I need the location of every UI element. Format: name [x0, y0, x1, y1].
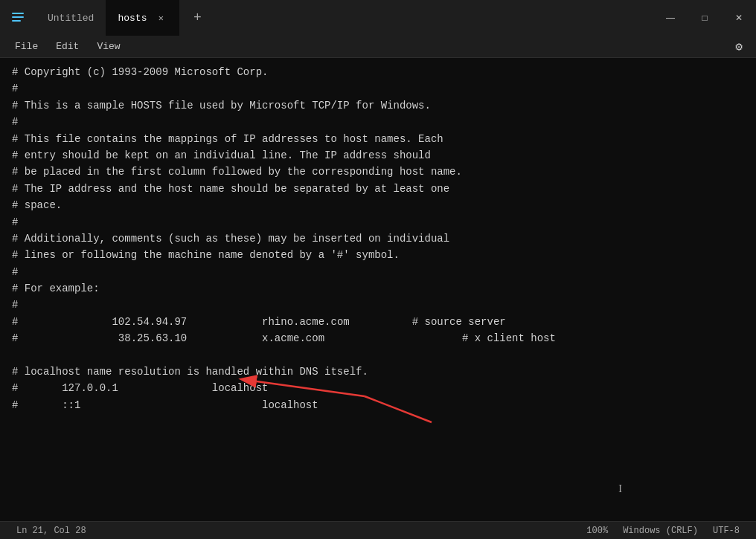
editor-area[interactable]: # Copyright (c) 1993-2009 Microsoft Corp… [0, 58, 756, 521]
menu-file[interactable]: File [6, 38, 47, 55]
statusbar: Ln 21, Col 28 100% Windows (CRLF) UTF-8 [0, 521, 756, 539]
window-controls: — □ ✕ [653, 0, 756, 36]
menubar: File Edit View ⚙ [0, 36, 756, 58]
tab-untitled-label: Untitled [48, 13, 94, 24]
tab-hosts-close[interactable]: ✕ [154, 11, 167, 25]
encoding[interactable]: UTF-8 [705, 526, 747, 536]
zoom-level[interactable]: 100% [579, 526, 615, 536]
close-button[interactable]: ✕ [722, 0, 756, 36]
settings-button[interactable]: ⚙ [728, 36, 750, 58]
cursor-position[interactable]: Ln 21, Col 28 [9, 526, 94, 536]
minimize-icon: — [666, 13, 675, 23]
menu-view[interactable]: View [88, 38, 129, 55]
maximize-button[interactable]: □ [688, 0, 722, 36]
line-ending[interactable]: Windows (CRLF) [615, 526, 705, 536]
minimize-button[interactable]: — [653, 0, 688, 36]
svg-rect-2 [12, 20, 21, 22]
svg-rect-1 [12, 16, 24, 18]
tab-hosts[interactable]: hosts ✕ [106, 0, 179, 36]
svg-rect-0 [12, 13, 24, 14]
menu-view-label: View [97, 41, 120, 52]
gear-icon: ⚙ [735, 39, 743, 54]
editor-content: # Copyright (c) 1993-2009 Microsoft Corp… [12, 64, 744, 413]
menu-file-label: File [15, 41, 38, 52]
maximize-icon: □ [702, 13, 707, 23]
tab-hosts-label: hosts [118, 13, 147, 24]
add-tab-icon: + [193, 10, 202, 25]
new-tab-button[interactable]: + [179, 0, 215, 36]
menu-edit[interactable]: Edit [47, 38, 88, 55]
close-icon: ✕ [735, 13, 743, 23]
menu-edit-label: Edit [56, 41, 79, 52]
tab-untitled[interactable]: Untitled [36, 0, 106, 36]
menu-items: File Edit View [6, 38, 129, 55]
app-icon [0, 0, 36, 36]
titlebar: Untitled hosts ✕ + — □ ✕ [0, 0, 756, 36]
text-cursor: I [618, 481, 622, 497]
